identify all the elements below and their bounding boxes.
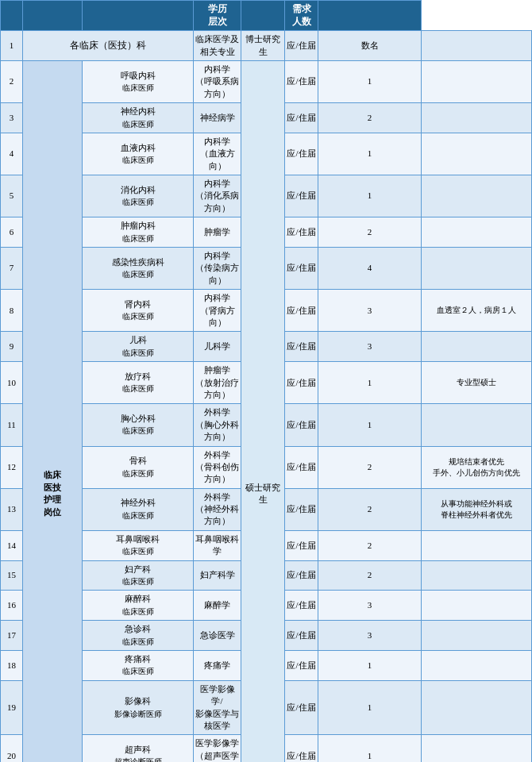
- cell-major: 内科学（血液方向）: [194, 133, 241, 175]
- cell-major: 急诊医学: [194, 621, 241, 651]
- cell-other: [422, 60, 532, 102]
- cell-dept: 急诊科临床医师: [83, 621, 194, 651]
- cell-other: 从事功能神经外科或脊柱神经外科者优先: [422, 488, 532, 530]
- header-res: [241, 1, 285, 31]
- header-position-name: [23, 1, 83, 31]
- cell-other: [422, 103, 532, 133]
- cell-major: 内科学（呼吸系病方向）: [194, 60, 241, 102]
- cell-res: 应/住届: [285, 735, 318, 762]
- cell-dept: 神经内科临床医师: [83, 103, 194, 133]
- cell-other: [422, 31, 532, 61]
- cell-major: 内科学（肾病方向）: [194, 290, 241, 332]
- cell-res: 应/住届: [285, 530, 318, 560]
- cell-seq: 6: [1, 217, 23, 248]
- cell-seq: 18: [1, 650, 23, 680]
- cell-num: 3: [318, 332, 422, 362]
- cell-res: 应/住届: [285, 133, 318, 175]
- cell-dept: 血液内科临床医师: [83, 133, 194, 175]
- cell-other: 专业型硕士: [422, 362, 532, 404]
- cell-dept: 儿科临床医师: [83, 332, 194, 362]
- cell-dept: 放疗科临床医师: [83, 362, 194, 404]
- cell-other: [422, 133, 532, 175]
- cell-seq: 2: [1, 60, 23, 102]
- cell-other: [422, 332, 532, 362]
- cell-dept: 呼吸内科临床医师: [83, 60, 194, 102]
- cell-major: 妇产科学: [194, 560, 241, 591]
- cell-other: [422, 591, 532, 621]
- cell-num: 1: [318, 680, 422, 735]
- cell-dept: 肾内科临床医师: [83, 290, 194, 332]
- cell-num: 2: [318, 217, 422, 248]
- cell-other: [422, 680, 532, 735]
- cell-seq: 11: [1, 404, 23, 446]
- cell-major: 内科学（消化系病方向）: [194, 175, 241, 217]
- cell-num: 2: [318, 446, 422, 488]
- cell-res: 应/住届: [285, 362, 318, 404]
- cell-dept: 消化内科临床医师: [83, 175, 194, 217]
- cell-seq: 20: [1, 735, 23, 762]
- cell-edu: 博士研究生: [241, 31, 285, 61]
- cell-dept: 妇产科临床医师: [83, 560, 194, 591]
- cell-res: 应/住届: [285, 621, 318, 651]
- cell-res: 应/住届: [285, 31, 318, 61]
- cell-seq: 3: [1, 103, 23, 133]
- cell-num: 1: [318, 735, 422, 762]
- header-edu-text: 学历层次: [208, 3, 227, 27]
- header-num: 需求人数: [285, 1, 318, 31]
- cell-dept: 疼痛科临床医师: [83, 650, 194, 680]
- cell-seq: 7: [1, 248, 23, 290]
- cell-res: 应/住届: [285, 60, 318, 102]
- table-row: 1 各临床（医技）科 临床医学及相关专业 博士研究生 应/住届 数名: [1, 31, 532, 61]
- cell-other: [422, 404, 532, 446]
- cell-major: 耳鼻咽喉科学: [194, 530, 241, 560]
- cell-dept: 影像科影像诊断医师: [83, 680, 194, 735]
- cell-other: [422, 560, 532, 591]
- cell-other: [422, 621, 532, 651]
- cell-res: 应/住届: [285, 591, 318, 621]
- cell-res: 应/住届: [285, 175, 318, 217]
- header-num-text: 需求人数: [292, 3, 311, 27]
- cell-num: 2: [318, 103, 422, 133]
- cell-other: [422, 650, 532, 680]
- cell-num: 2: [318, 530, 422, 560]
- cell-seq: 19: [1, 680, 23, 735]
- cell-num: 2: [318, 560, 422, 591]
- recruitment-table: 学历层次 需求人数 1 各临床（医技）科 临床医学及相关专业 博士研究生 应/住…: [0, 0, 532, 762]
- cell-res: 应/住届: [285, 680, 318, 735]
- cell-dept: 感染性疾病科临床医师: [83, 248, 194, 290]
- cell-res: 应/住届: [285, 488, 318, 530]
- cell-major: 儿科学: [194, 332, 241, 362]
- cell-other: [422, 217, 532, 248]
- table-row: 2 临床医技护理岗位 呼吸内科临床医师 内科学（呼吸系病方向） 硕士研究生 应/…: [1, 60, 532, 102]
- cell-other: 规培结束者优先手外、小儿创伤方向优先: [422, 446, 532, 488]
- cell-res: 应/住届: [285, 217, 318, 248]
- cell-res: 应/住届: [285, 290, 318, 332]
- cell-other: [422, 530, 532, 560]
- cell-major: 肿瘤学（放射治疗方向）: [194, 362, 241, 404]
- cell-num: 2: [318, 488, 422, 530]
- cell-other: 血透室２人，病房１人: [422, 290, 532, 332]
- main-table-container: 学历层次 需求人数 1 各临床（医技）科 临床医学及相关专业 博士研究生 应/住…: [0, 0, 532, 762]
- cell-seq: 16: [1, 591, 23, 621]
- cell-num: 1: [318, 60, 422, 102]
- cell-dept: 肿瘤内科临床医师: [83, 217, 194, 248]
- cell-num: 数名: [318, 31, 422, 61]
- cell-major: 神经病学: [194, 103, 241, 133]
- cell-major: 疼痛学: [194, 650, 241, 680]
- header-other: [318, 1, 422, 31]
- cell-major: 外科学（胸心外科方向）: [194, 404, 241, 446]
- cell-num: 1: [318, 650, 422, 680]
- cell-num: 1: [318, 133, 422, 175]
- cell-dept: 胸心外科临床医师: [83, 404, 194, 446]
- cell-other: [422, 248, 532, 290]
- cell-res: 应/住届: [285, 332, 318, 362]
- cell-major: 外科学（骨科创伤方向）: [194, 446, 241, 488]
- cell-major: 内科学（传染病方向）: [194, 248, 241, 290]
- cell-num: 3: [318, 621, 422, 651]
- header-major: [83, 1, 194, 31]
- cell-res: 应/住届: [285, 560, 318, 591]
- cell-other: [422, 175, 532, 217]
- cell-seq: 15: [1, 560, 23, 591]
- cell-edu: 硕士研究生: [241, 60, 285, 762]
- cell-dept: 神经外科临床医师: [83, 488, 194, 530]
